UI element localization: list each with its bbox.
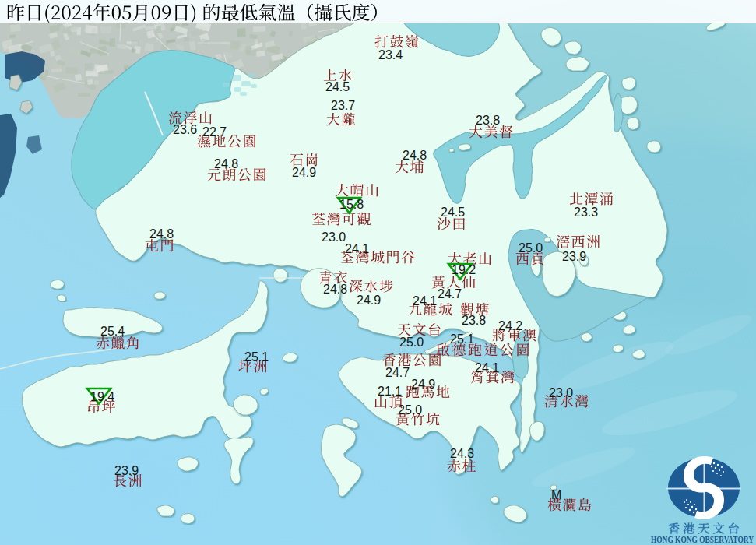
- svg-text:HONG KONG OBSERVATORY: HONG KONG OBSERVATORY: [651, 533, 754, 545]
- svg-text:24.9: 24.9: [292, 166, 316, 179]
- svg-text:24.3: 24.3: [450, 447, 474, 460]
- svg-text:23.9: 23.9: [562, 250, 586, 263]
- svg-text:25.1: 25.1: [450, 332, 474, 346]
- svg-text:21.1: 21.1: [378, 385, 402, 398]
- svg-text:25.0: 25.0: [399, 336, 424, 349]
- svg-text:24.2: 24.2: [498, 319, 522, 332]
- svg-text:24.5: 24.5: [325, 80, 350, 93]
- svg-text:25.0: 25.0: [398, 403, 422, 417]
- svg-text:25.0: 25.0: [519, 241, 543, 255]
- svg-text:24.8: 24.8: [323, 283, 347, 296]
- svg-text:23.0: 23.0: [549, 386, 573, 399]
- svg-text:24.8: 24.8: [214, 157, 238, 171]
- svg-text:25.1: 25.1: [244, 350, 269, 364]
- svg-text:24.7: 24.7: [385, 366, 410, 379]
- svg-text:24.8: 24.8: [149, 227, 174, 241]
- svg-text:23.4: 23.4: [378, 48, 403, 62]
- svg-text:23.8: 23.8: [476, 114, 500, 127]
- svg-text:19.4: 19.4: [90, 390, 114, 403]
- svg-text:24.8: 24.8: [403, 149, 427, 162]
- svg-text:23.3: 23.3: [574, 206, 598, 219]
- svg-text:23.0: 23.0: [322, 230, 346, 244]
- svg-text:24.9: 24.9: [411, 378, 435, 391]
- svg-text:24.9: 24.9: [357, 294, 381, 307]
- svg-text:15.8: 15.8: [339, 198, 364, 211]
- svg-text:23.6: 23.6: [173, 123, 197, 136]
- svg-text:24.1: 24.1: [475, 361, 499, 374]
- svg-text:22.7: 22.7: [202, 125, 227, 139]
- svg-text:24.1: 24.1: [413, 294, 437, 308]
- svg-text:23.7: 23.7: [331, 99, 355, 112]
- svg-text:25.4: 25.4: [100, 325, 125, 338]
- svg-text:24.7: 24.7: [438, 287, 462, 301]
- svg-text:23.8: 23.8: [462, 314, 486, 327]
- svg-text:19.2: 19.2: [452, 263, 476, 276]
- svg-text:24.5: 24.5: [441, 206, 465, 219]
- svg-text:24.1: 24.1: [345, 242, 369, 255]
- svg-text:23.9: 23.9: [114, 464, 139, 477]
- svg-text:M: M: [551, 488, 561, 501]
